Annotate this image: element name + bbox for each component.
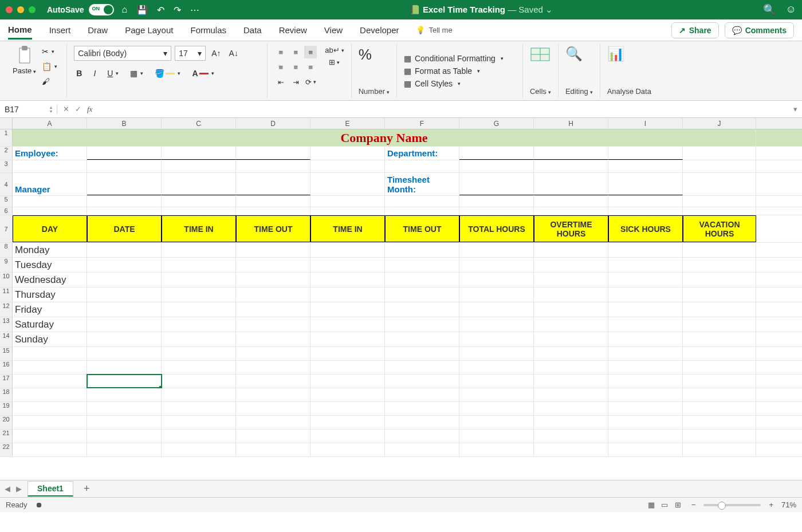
hdr-time-in[interactable]: TIME IN bbox=[162, 215, 236, 242]
company-name-cell[interactable]: Company Name bbox=[13, 129, 756, 146]
day-cell[interactable]: Saturday bbox=[13, 317, 87, 332]
cell-styles[interactable]: ▦ Cell Styles bbox=[404, 78, 461, 89]
cells-button[interactable] bbox=[530, 46, 551, 63]
autosave-toggle[interactable]: ON bbox=[89, 4, 114, 15]
zoom-slider[interactable] bbox=[703, 504, 761, 506]
col-header[interactable]: E bbox=[310, 118, 385, 129]
select-all[interactable] bbox=[0, 118, 13, 129]
align-center[interactable]: ≡ bbox=[289, 61, 302, 73]
row-header[interactable]: 3 bbox=[0, 160, 13, 172]
indent-increase[interactable]: ⇥ bbox=[289, 76, 302, 88]
row-header[interactable]: 12 bbox=[0, 302, 13, 317]
col-header[interactable]: A bbox=[13, 118, 87, 129]
[interactable] bbox=[87, 347, 162, 360]
bold-button[interactable]: B bbox=[74, 68, 84, 79]
timesheet-month-field[interactable] bbox=[459, 173, 534, 195]
day-cell[interactable]: Sunday bbox=[13, 332, 87, 346]
row-header[interactable]: 7 bbox=[0, 215, 13, 242]
[interactable] bbox=[87, 443, 162, 456]
minimize-window[interactable] bbox=[17, 6, 24, 13]
tab-page-layout[interactable]: Page Layout bbox=[125, 25, 173, 35]
[interactable] bbox=[87, 402, 162, 415]
col-header[interactable]: J bbox=[683, 118, 756, 129]
align-left[interactable]: ≡ bbox=[274, 61, 287, 73]
tab-formulas[interactable]: Formulas bbox=[190, 25, 226, 35]
row-header[interactable]: 19 bbox=[0, 402, 13, 415]
undo-icon[interactable]: ↶ bbox=[157, 5, 164, 15]
col-header[interactable]: B bbox=[87, 118, 162, 129]
active-cell[interactable] bbox=[87, 375, 162, 388]
employee-field[interactable] bbox=[87, 147, 162, 160]
zoom-level[interactable]: 71% bbox=[781, 501, 796, 509]
[interactable] bbox=[87, 388, 162, 401]
share-button[interactable]: ↗ Share bbox=[671, 22, 719, 38]
analyse-data-button[interactable]: 📊 bbox=[607, 46, 624, 62]
indent-decrease[interactable]: ⇤ bbox=[274, 76, 287, 88]
paste-button[interactable]: Paste bbox=[13, 46, 36, 75]
formula-input[interactable] bbox=[98, 105, 789, 114]
day-cell[interactable]: Friday bbox=[13, 302, 87, 317]
[interactable] bbox=[87, 361, 162, 374]
department-label[interactable]: Department: bbox=[385, 147, 459, 160]
sheet-next[interactable]: ▶ bbox=[16, 484, 22, 493]
font-size-select[interactable]: 17▾ bbox=[175, 46, 206, 61]
row-header[interactable]: 10 bbox=[0, 273, 13, 287]
row-header[interactable]: 18 bbox=[0, 388, 13, 401]
fx-icon[interactable]: fx bbox=[87, 105, 92, 114]
cut-icon[interactable]: ✂ bbox=[40, 46, 60, 57]
hdr-date[interactable]: DATE bbox=[87, 215, 162, 242]
day-cell[interactable]: Wednesday bbox=[13, 273, 87, 287]
col-header[interactable]: I bbox=[608, 118, 683, 129]
sheet-tab[interactable]: Sheet1 bbox=[27, 481, 73, 496]
comments-button[interactable]: 💬 Comments bbox=[725, 22, 794, 38]
row-header[interactable]: 2 bbox=[0, 147, 13, 160]
view-normal-icon[interactable]: ▦ bbox=[646, 501, 657, 509]
tab-developer[interactable]: Developer bbox=[360, 25, 399, 35]
hdr-total-hours[interactable]: TOTAL HOURS bbox=[459, 215, 534, 242]
copy-icon[interactable]: 📋 bbox=[40, 61, 60, 72]
close-window[interactable] bbox=[6, 6, 13, 13]
emoji-icon[interactable]: ☺ bbox=[786, 3, 796, 16]
font-name-select[interactable]: Calibri (Body)▾ bbox=[74, 46, 171, 61]
row-header[interactable]: 6 bbox=[0, 207, 13, 215]
hdr-sick[interactable]: SICK HOURS bbox=[608, 215, 683, 242]
[interactable] bbox=[87, 416, 162, 429]
align-bottom[interactable]: ≡ bbox=[304, 46, 317, 58]
save-icon[interactable]: 💾 bbox=[136, 5, 148, 15]
redo-icon[interactable]: ↷ bbox=[174, 5, 181, 15]
format-as-table[interactable]: ▦ Format as Table bbox=[404, 65, 480, 77]
underline-button[interactable]: U bbox=[105, 68, 121, 79]
row-header[interactable]: 5 bbox=[0, 196, 13, 207]
border-button[interactable]: ▦ bbox=[128, 68, 146, 79]
expand-formula-bar[interactable]: ▾ bbox=[789, 105, 802, 113]
row-header[interactable]: 13 bbox=[0, 317, 13, 332]
tab-view[interactable]: View bbox=[324, 25, 343, 35]
day-cell[interactable]: Thursday bbox=[13, 287, 87, 302]
row-header[interactable]: 17 bbox=[0, 375, 13, 388]
hdr-time-out[interactable]: TIME OUT bbox=[236, 215, 310, 242]
tab-home[interactable]: Home bbox=[8, 25, 32, 40]
italic-button[interactable]: I bbox=[91, 68, 98, 79]
row-header[interactable]: 20 bbox=[0, 416, 13, 429]
day-cell[interactable]: Tuesday bbox=[13, 258, 87, 272]
tab-draw[interactable]: Draw bbox=[88, 25, 108, 35]
row-header[interactable]: 22 bbox=[0, 443, 13, 456]
merge-button[interactable]: ⊞ bbox=[325, 58, 344, 66]
number-format[interactable]: % bbox=[359, 46, 372, 64]
manager-label[interactable]: Manager bbox=[13, 173, 87, 195]
cancel-formula-icon[interactable]: ✕ bbox=[63, 105, 69, 114]
tab-data[interactable]: Data bbox=[243, 25, 262, 35]
tell-me[interactable]: 💡 Tell me bbox=[416, 26, 452, 34]
sheet-prev[interactable]: ◀ bbox=[5, 484, 10, 493]
home-icon[interactable]: ⌂ bbox=[122, 5, 128, 15]
zoom-in[interactable]: + bbox=[769, 501, 773, 509]
editing-button[interactable]: 🔍 bbox=[565, 46, 583, 62]
col-header[interactable]: H bbox=[534, 118, 608, 129]
fill-color-button[interactable]: 🪣 bbox=[152, 68, 183, 79]
orientation[interactable]: ⟳ bbox=[304, 76, 317, 88]
col-header[interactable]: F bbox=[385, 118, 459, 129]
row-header[interactable]: 14 bbox=[0, 332, 13, 346]
zoom-out[interactable]: − bbox=[691, 501, 696, 509]
hdr-day[interactable]: DAY bbox=[13, 215, 87, 242]
row-header[interactable]: 9 bbox=[0, 258, 13, 272]
